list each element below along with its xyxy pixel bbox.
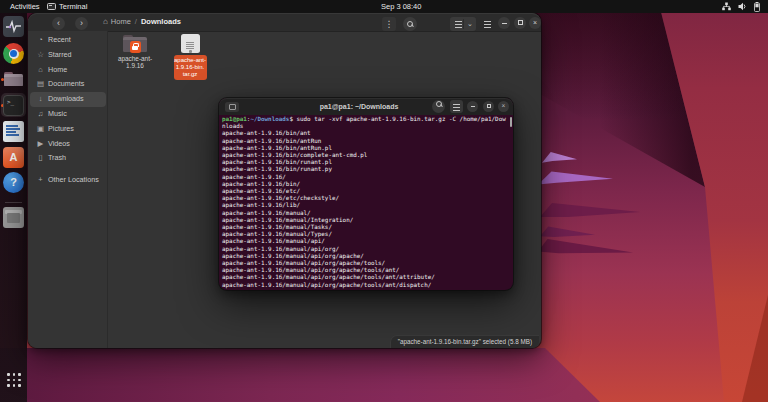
terminal-output-line: apache-ant-1.9.16/manual/Tasks/ [222,224,510,231]
terminal-icon[interactable]: >_ [3,95,24,116]
system-monitor-icon[interactable] [3,16,24,37]
terminal-prompt-line: pa1@pa1:~/Downloads$ sudo tar -xvf apach… [222,116,510,123]
status-bar: "apache-ant-1.9.16-bin.tar.gz" selected … [390,335,539,348]
terminal-output-line: apache-ant-1.9.16/manual/api/org/ [222,246,510,253]
plus-icon: + [36,173,45,188]
chrome-icon[interactable] [3,43,24,64]
terminal-output-line: apache-ant-1.9.16/etc/checkstyle/ [222,195,510,202]
sidebar-item-recent[interactable]: ◔Recent [30,33,106,48]
sidebar-item-videos[interactable]: ▶Videos [30,137,106,152]
files-close-button[interactable]: × [529,17,541,29]
sidebar-item-pictures[interactable]: ▣Pictures [30,122,106,137]
sidebar-item-home[interactable]: ⌂Home [30,63,106,78]
breadcrumb[interactable]: ⌂Home/Downloads [103,13,181,31]
sidebar-item-trash[interactable]: ▯Trash [30,151,106,166]
terminal-output-line: apache-ant-1.9.16/manual/api/org/apache/ [222,253,510,260]
recent-icon: ◔ [36,33,45,48]
terminal-output-line: apache-ant-1.9.16/bin/antRun [222,138,510,145]
activities-button[interactable]: Activities [10,0,40,13]
files-icon[interactable] [3,69,24,90]
terminal-output-line: nloads [222,123,510,130]
terminal-output-line: apache-ant-1.9.16/bin/complete-ant-cmd.p… [222,152,510,159]
terminal-output-line: apache-ant-1.9.16/manual/ [222,210,510,217]
wallpaper-grass-spike [540,225,595,239]
terminal-output-line: apache-ant-1.9.16/lib/ [222,202,510,209]
sidebar-item-label: Documents [48,77,84,92]
search-icon [407,21,413,27]
files-maximize-button[interactable] [514,17,526,29]
folder-label: apache-ant- 1.9.16 [107,55,163,70]
starred-icon: ☆ [36,48,45,63]
storage-box-icon[interactable] [3,207,24,228]
terminal-output-line: apache-ant-1.9.16/manual/api/org/apache/… [222,274,510,281]
wallpaper-grass-spike [538,238,633,256]
sidebar-item-label: Videos [48,137,70,152]
chevron-down-icon: ⌄ [465,17,475,31]
volume-icon [738,2,747,11]
forward-button[interactable]: › [75,17,88,30]
battery-icon [754,2,760,12]
top-bar: Activities Terminal Sep 3 08:40 [0,0,768,13]
ubuntu-software-icon[interactable]: A [3,147,24,168]
list-view-icon [453,17,463,31]
terminal-menu-button[interactable] [450,100,463,113]
terminal-close-button[interactable]: × [498,101,509,112]
help-icon[interactable]: ? [3,172,24,193]
file-item-folder[interactable]: apache-ant- 1.9.16 [107,35,163,70]
terminal-output-line: apache-ant-1.9.16/bin/antRun.pl [222,145,510,152]
terminal-header-bar[interactable]: pa1@pa1: ~/Downloads × [219,98,513,115]
documents-icon: ▤ [36,77,45,92]
terminal-output-line: apache-ant-1.9.16/manual/api/org/apache/… [222,267,510,274]
home-icon: ⌂ [36,63,45,78]
wallpaper-grass-spike [538,170,613,186]
breadcrumb-home[interactable]: Home [111,17,131,26]
view-toggle-button[interactable]: ⌄ [450,17,476,31]
terminal-output-line: apache-ant-1.9.16/bin/runant.py [222,166,510,173]
wallpaper-grass-spike [540,200,640,220]
files-minimize-button[interactable] [498,17,510,29]
videos-icon: ▶ [36,137,45,152]
sidebar-item-other-locations[interactable]: +Other Locations [30,173,106,188]
search-button[interactable] [403,17,417,31]
terminal-output-line: apache-ant-1.9.16/bin/runant.pl [222,159,510,166]
terminal-scrollbar[interactable] [510,117,513,127]
files-menu-button[interactable] [480,17,494,31]
terminal-output-line: apache-ant-1.9.16/bin/ant [222,130,510,137]
breadcrumb-current[interactable]: Downloads [141,17,181,26]
sidebar-item-label: Recent [48,33,71,48]
dock: >_ A ? [0,0,27,402]
sidebar-item-starred[interactable]: ☆Starred [30,48,106,63]
file-item-archive[interactable]: apache-ant- 1.9.16-bin. tar.gz [162,34,218,80]
sidebar-item-music[interactable]: ♫Music [30,107,106,122]
focused-app-menu[interactable]: Terminal [47,0,87,13]
app-grid-button[interactable] [7,373,21,387]
files-header-bar[interactable]: ‹ › ⌂Home/Downloads ⋮ ⌄ × [28,13,541,31]
terminal-app-icon [47,3,56,10]
music-icon: ♫ [36,107,45,122]
sidebar-item-documents[interactable]: ▤Documents [30,77,106,92]
lock-emblem-icon [130,41,141,53]
terminal-output-line: apache-ant-1.9.16/manual/Types/ [222,231,510,238]
terminal-minimize-button[interactable] [467,101,478,112]
focused-app-label: Terminal [59,0,87,13]
sidebar-item-label: Home [48,63,67,78]
back-button[interactable]: ‹ [52,17,65,30]
system-tray[interactable] [722,0,760,13]
wallpaper-grass-spike [542,152,577,164]
terminal-maximize-button[interactable] [483,101,494,112]
trash-icon: ▯ [36,151,45,166]
terminal-search-button[interactable] [432,100,445,113]
files-sidebar: ◔Recent☆Starred⌂Home▤Documents↓Downloads… [28,31,108,348]
terminal-output-line: apache-ant-1.9.16/manual/api/ [222,238,510,245]
libreoffice-writer-icon[interactable] [3,121,24,142]
path-options-button[interactable]: ⋮ [382,17,396,31]
clock[interactable]: Sep 3 08:40 [381,0,421,13]
archive-label-selected: apache-ant- 1.9.16-bin. tar.gz [174,55,207,80]
terminal-output-line: apache-ant-1.9.16/manual/api/org/apache/… [222,260,510,267]
hamburger-icon [484,21,491,28]
sidebar-item-downloads[interactable]: ↓Downloads [30,92,106,107]
network-icon [722,2,731,11]
terminal-output[interactable]: pa1@pa1:~/Downloads$ sudo tar -xvf apach… [219,115,513,290]
sidebar-item-label: Starred [48,48,72,63]
hamburger-icon [453,104,460,111]
